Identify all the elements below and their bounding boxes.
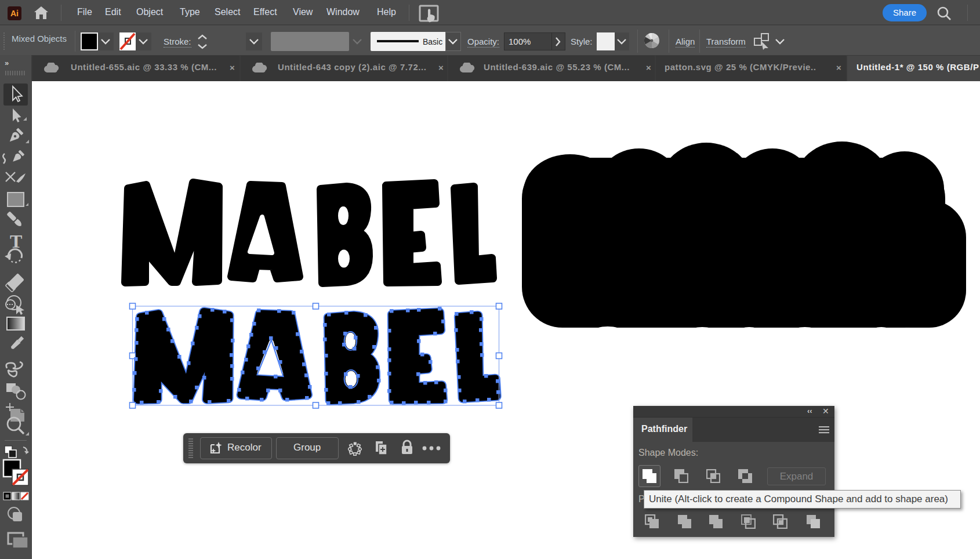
svg-text:»: » <box>5 59 9 67</box>
